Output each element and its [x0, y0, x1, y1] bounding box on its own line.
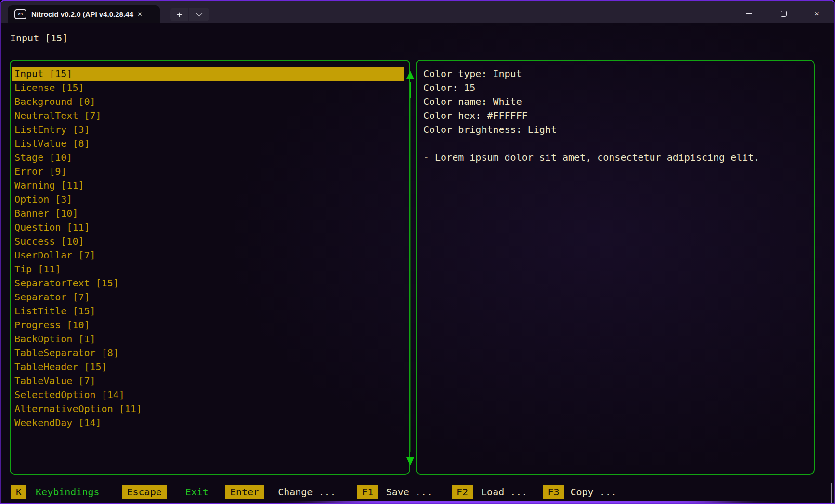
detail-line: Color type: Input: [423, 67, 811, 81]
minimize-icon: [746, 13, 752, 14]
list-item[interactable]: NeutralText [7]: [12, 109, 404, 123]
list-item[interactable]: Question [11]: [12, 220, 404, 234]
status-key-chip[interactable]: K: [11, 485, 26, 499]
detail-line: [423, 137, 811, 151]
detail-line: Color name: White: [423, 95, 811, 109]
color-list-panel: Input [15] License [15] Background [0] N…: [10, 60, 410, 475]
keybinding-hint: F3 Copy ...: [527, 485, 616, 499]
minimize-button[interactable]: [738, 6, 760, 21]
list-item[interactable]: Error [9]: [12, 165, 404, 179]
list-item[interactable]: Separator [7]: [12, 290, 404, 304]
status-label: Copy ...: [571, 485, 617, 499]
list-scrollbar[interactable]: [406, 69, 415, 467]
chevron-down-icon: [196, 10, 202, 16]
scroll-up-arrow[interactable]: [406, 71, 414, 79]
list-item[interactable]: BackOption [1]: [12, 332, 404, 346]
list-item[interactable]: AlternativeOption [11]: [12, 402, 404, 416]
status-key-chip[interactable]: Escape: [122, 485, 167, 499]
status-key-chip[interactable]: F1: [357, 485, 378, 499]
list-item[interactable]: Stage [10]: [12, 151, 404, 165]
close-icon: ✕: [814, 9, 819, 18]
list-item[interactable]: Warning [11]: [12, 179, 404, 193]
list-item[interactable]: Background [0]: [12, 95, 404, 109]
status-label: Load ...: [481, 485, 527, 499]
new-tab-button[interactable]: +: [170, 8, 188, 21]
scrollbar-thumb[interactable]: [410, 82, 411, 98]
detail-line: Color hex: #FFFFFF: [423, 109, 811, 123]
keybinding-hint: Enter Change ...: [209, 485, 336, 499]
list-item[interactable]: Tip [11]: [12, 262, 404, 276]
tab-title: Nitrocid v0.2.0 (API v4.0.28.44: [31, 10, 136, 18]
status-key-chip[interactable]: F2: [452, 485, 473, 499]
list-item[interactable]: Success [10]: [12, 234, 404, 248]
detail-line: Color brightness: Light: [423, 123, 811, 137]
keybinding-hint: Escape Exit: [100, 485, 209, 499]
page-title: Input [15]: [10, 32, 68, 44]
list-item[interactable]: ListEntry [3]: [12, 123, 404, 137]
terminal-content: Input [15] Input [15] License [15] Backg…: [2, 23, 833, 501]
status-bar: K Keybindings Escape Exit Enter Change .…: [2, 484, 833, 500]
command-prompt-icon: c:\: [14, 9, 26, 19]
status-label: Save ...: [386, 485, 432, 499]
detail-line: - Lorem ipsum dolor sit amet, consectetu…: [423, 151, 811, 165]
maximize-button[interactable]: [772, 6, 795, 21]
list-item[interactable]: Option [3]: [12, 193, 404, 207]
list-item[interactable]: Input [15]: [12, 67, 404, 81]
list-item[interactable]: ListTitle [15]: [12, 304, 404, 318]
list-item[interactable]: WeekendDay [14]: [12, 416, 404, 430]
plus-icon: +: [177, 9, 182, 20]
status-label: Exit: [185, 485, 209, 499]
status-key-chip[interactable]: F3: [543, 485, 564, 499]
terminal-window: c:\ Nitrocid v0.2.0 (API v4.0.28.44 ✕ + …: [0, 0, 835, 504]
keybinding-hint: F2 Load ...: [432, 485, 527, 499]
close-button[interactable]: ✕: [806, 6, 828, 21]
terminal-scrollbar-thumb[interactable]: [831, 483, 832, 504]
list-item[interactable]: Progress [10]: [12, 318, 404, 332]
list-item[interactable]: License [15]: [12, 81, 404, 95]
list-item[interactable]: SeparatorText [15]: [12, 276, 404, 290]
keybinding-hint: F1 Save ...: [336, 485, 432, 499]
keybinding-hint: K Keybindings: [2, 485, 100, 499]
list-item[interactable]: UserDollar [7]: [12, 248, 404, 262]
status-key-chip[interactable]: Enter: [225, 485, 264, 499]
detail-line: Color: 15: [423, 81, 811, 95]
scroll-down-arrow[interactable]: [406, 457, 414, 465]
color-list: Input [15] License [15] Background [0] N…: [12, 67, 404, 430]
list-item[interactable]: Banner [10]: [12, 207, 404, 220]
list-item[interactable]: ListValue [8]: [12, 137, 404, 151]
list-item[interactable]: SelectedOption [14]: [12, 388, 404, 402]
title-bar: c:\ Nitrocid v0.2.0 (API v4.0.28.44 ✕ + …: [1, 1, 834, 23]
terminal-tab[interactable]: c:\ Nitrocid v0.2.0 (API v4.0.28.44 ✕: [8, 5, 160, 23]
scrollbar-track[interactable]: [410, 82, 411, 452]
list-item[interactable]: TableValue [7]: [12, 374, 404, 388]
color-details: Color type: Input Color: 15 Color name: …: [423, 67, 811, 165]
status-label: Keybindings: [36, 485, 99, 499]
tab-close-icon[interactable]: ✕: [137, 11, 143, 18]
maximize-icon: [781, 11, 787, 17]
tab-dropdown-button[interactable]: [189, 8, 209, 21]
list-item[interactable]: TableSeparator [8]: [12, 346, 404, 360]
list-item[interactable]: TableHeader [15]: [12, 360, 404, 374]
color-details-panel: Color type: Input Color: 15 Color name: …: [416, 60, 815, 475]
status-label: Change ...: [278, 485, 336, 499]
